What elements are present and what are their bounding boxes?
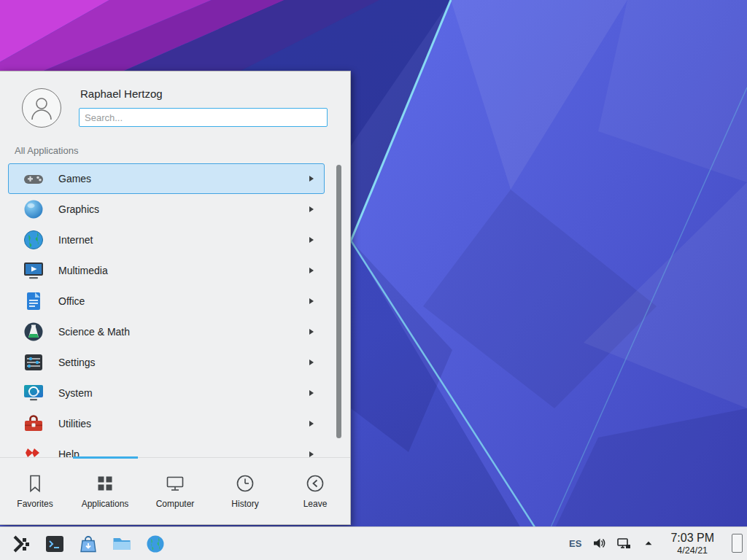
active-tab-indicator (73, 456, 138, 459)
submenu-arrow-icon (309, 268, 314, 273)
tab-label: Leave (303, 499, 328, 509)
grid-icon (95, 473, 115, 494)
launcher-footer-tabs: Favorites Applications Computer History (0, 457, 350, 524)
shopping-bag-icon (78, 534, 98, 554)
sliders-icon (22, 351, 45, 374)
desktop: Raphael Hertzog All Applications Games G… (0, 0, 747, 560)
app-category-list: Games Graphics Internet (8, 163, 325, 470)
keyboard-layout-indicator[interactable]: ES (569, 538, 581, 549)
tab-leave[interactable]: Leave (280, 458, 350, 524)
document-icon (22, 289, 45, 313)
clock-date: 4/24/21 (677, 545, 708, 556)
leave-icon (305, 473, 325, 494)
system-tray: ES 7:03 PM 4/24/21 (569, 532, 743, 556)
scrollbar[interactable] (336, 165, 341, 438)
digital-clock[interactable]: 7:03 PM 4/24/21 (670, 532, 714, 556)
graphics-sphere-icon (22, 198, 45, 221)
tab-label: Favorites (17, 499, 53, 509)
user-avatar[interactable] (22, 88, 61, 128)
discover-launcher[interactable] (77, 532, 100, 556)
clock-icon (235, 473, 255, 494)
volume-icon[interactable] (592, 536, 606, 551)
person-icon (27, 93, 56, 122)
submenu-arrow-icon (309, 451, 314, 457)
globe-icon (22, 228, 45, 252)
clock-time: 7:03 PM (670, 532, 714, 545)
app-category-label: Games (58, 173, 309, 184)
flask-icon (22, 320, 45, 343)
tab-label: History (231, 499, 258, 509)
section-label: All Applications (15, 145, 78, 156)
browser-launcher[interactable] (144, 532, 167, 556)
app-category-science-math[interactable]: Science & Math (8, 316, 325, 347)
globe-icon (145, 534, 166, 554)
show-desktop-widget[interactable] (732, 534, 743, 553)
tab-history[interactable]: History (210, 458, 280, 524)
app-category-label: Science & Math (58, 326, 309, 338)
app-category-multimedia[interactable]: Multimedia (8, 255, 325, 286)
user-name: Raphael Hertzog (80, 88, 163, 100)
application-launcher-menu: Raphael Hertzog All Applications Games G… (0, 71, 351, 525)
app-launcher-button[interactable] (9, 532, 33, 556)
app-category-label: Office (58, 295, 309, 307)
network-icon[interactable] (616, 536, 631, 551)
bookmark-icon (25, 473, 45, 494)
taskbar: ES 7:03 PM 4/24/21 (0, 526, 747, 560)
submenu-arrow-icon (309, 329, 314, 335)
app-category-office[interactable]: Office (8, 286, 325, 316)
app-category-label: Utilities (58, 418, 309, 429)
submenu-arrow-icon (309, 237, 314, 243)
submenu-arrow-icon (309, 206, 314, 212)
app-category-label: Multimedia (58, 265, 309, 276)
tab-label: Applications (82, 499, 129, 509)
tab-favorites[interactable]: Favorites (0, 458, 70, 524)
terminal-icon (44, 534, 65, 554)
kickoff-icon (11, 534, 31, 554)
system-monitor-icon (22, 381, 45, 405)
app-category-label: Graphics (58, 203, 309, 215)
app-category-utilities[interactable]: Utilities (8, 408, 325, 439)
submenu-arrow-icon (309, 359, 314, 365)
submenu-arrow-icon (309, 176, 314, 182)
toolbox-icon (22, 412, 45, 435)
submenu-arrow-icon (309, 421, 314, 427)
media-player-icon (22, 259, 45, 282)
tab-computer[interactable]: Computer (140, 458, 210, 524)
app-category-label: System (58, 387, 309, 399)
computer-icon (165, 473, 185, 494)
expand-tray-chevron-icon[interactable] (641, 536, 656, 551)
submenu-arrow-icon (309, 298, 314, 304)
tab-label: Computer (156, 499, 195, 509)
app-category-internet[interactable]: Internet (8, 225, 325, 255)
app-category-settings[interactable]: Settings (8, 347, 325, 378)
app-category-label: Settings (58, 357, 309, 368)
submenu-arrow-icon (309, 390, 314, 396)
file-manager-launcher[interactable] (110, 532, 133, 556)
app-category-label: Internet (58, 234, 309, 246)
app-category-games[interactable]: Games (8, 163, 325, 194)
folder-icon (112, 534, 132, 554)
gamepad-icon (22, 167, 45, 190)
app-category-graphics[interactable]: Graphics (8, 194, 325, 225)
search-input[interactable] (79, 108, 328, 127)
tab-applications[interactable]: Applications (70, 458, 140, 524)
app-category-system[interactable]: System (8, 378, 325, 408)
terminal-launcher[interactable] (43, 532, 66, 556)
